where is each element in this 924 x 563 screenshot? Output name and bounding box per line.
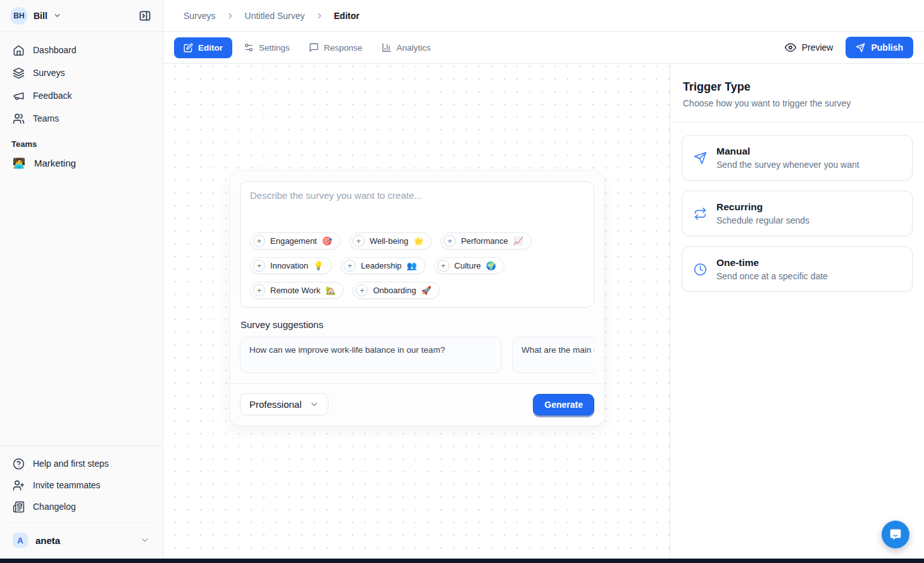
sidebar-item-teams[interactable]: Teams xyxy=(8,108,155,129)
publish-label: Publish xyxy=(871,42,903,53)
send-icon xyxy=(856,43,865,53)
sidebar-item-label: Invite teammates xyxy=(33,480,101,490)
chevron-right-icon xyxy=(226,11,235,20)
trigger-type-panel: Trigger Type Choose how you want to trig… xyxy=(670,65,924,563)
trigger-option-description: Send the survey whenever you want xyxy=(716,160,859,170)
publish-button[interactable]: Publish xyxy=(846,37,913,58)
chip-remote-work[interactable]: + Remote Work 🏡 xyxy=(250,282,344,299)
preview-label: Preview xyxy=(802,42,833,53)
sidebar-item-label: Feedback xyxy=(33,91,72,101)
bar-chart-icon xyxy=(382,42,392,53)
users-icon xyxy=(13,113,25,125)
survey-description-input[interactable] xyxy=(250,190,584,232)
breadcrumb-surveys[interactable]: Surveys xyxy=(184,11,216,21)
plus-icon: + xyxy=(444,235,456,247)
sidebar-item-changelog[interactable]: Changelog xyxy=(8,496,155,517)
chip-well-being[interactable]: + Well-being 🌟 xyxy=(349,232,432,250)
panel-collapse-icon xyxy=(139,9,151,22)
tab-label: Editor xyxy=(198,43,223,53)
generate-button[interactable]: Generate xyxy=(533,394,594,415)
sidebar-footer: Help and first steps Invite teammates Ch… xyxy=(0,446,163,559)
tab-analytics[interactable]: Analytics xyxy=(374,37,439,58)
trigger-option-text: Manual Send the survey whenever you want xyxy=(716,146,859,170)
bulb-emoji-icon: 💡 xyxy=(313,261,323,270)
chip-performance[interactable]: + Performance 📈 xyxy=(440,232,532,250)
chevron-down-icon xyxy=(53,11,61,20)
breadcrumb: Surveys Untitled Survey Editor xyxy=(184,11,359,21)
message-icon xyxy=(309,42,319,53)
composer-footer: Professional Generate xyxy=(240,384,594,415)
chip-label: Culture xyxy=(454,261,481,270)
panel-subtitle: Choose how you want to trigger the surve… xyxy=(683,98,911,108)
sidebar-nav: Dashboard Surveys Feedback Teams xyxy=(0,32,163,129)
survey-composer-card: + Engagement 🎯 + Well-being 🌟 + xyxy=(230,171,604,426)
plus-icon: + xyxy=(253,260,265,272)
user-plus-icon xyxy=(13,479,25,491)
sidebar-item-label: Surveys xyxy=(33,68,65,78)
breadcrumb-survey-name[interactable]: Untitled Survey xyxy=(245,11,305,21)
bottom-strip xyxy=(0,559,924,563)
teams-section-label: Teams xyxy=(0,129,163,151)
tab-editor[interactable]: Editor xyxy=(174,37,232,58)
chip-engagement[interactable]: + Engagement 🎯 xyxy=(250,232,340,250)
tab-settings[interactable]: Settings xyxy=(236,37,297,58)
sidebar-header: BH Bill xyxy=(0,0,163,32)
sidebar-item-dashboard[interactable]: Dashboard xyxy=(8,39,155,61)
chevron-right-icon xyxy=(315,11,324,20)
chip-onboarding[interactable]: + Onboarding 🚀 xyxy=(353,282,439,299)
preview-button[interactable]: Preview xyxy=(785,42,833,53)
trigger-option-manual[interactable]: Manual Send the survey whenever you want xyxy=(682,135,913,180)
user-menu[interactable]: A aneta xyxy=(8,528,155,552)
editor-canvas[interactable]: + Engagement 🎯 + Well-being 🌟 + xyxy=(163,65,670,563)
collapse-sidebar-button[interactable] xyxy=(135,6,155,26)
home-icon xyxy=(13,44,25,56)
tab-response[interactable]: Response xyxy=(301,37,370,58)
panel-title: Trigger Type xyxy=(683,80,911,94)
editor-toolbar: Editor Settings Response xyxy=(163,32,924,64)
suggestions-title: Survey suggestions xyxy=(240,319,594,330)
plus-icon: + xyxy=(253,284,265,296)
sidebar-item-invite[interactable]: Invite teammates xyxy=(8,474,155,496)
technologist-emoji-icon: 🧑‍💻 xyxy=(13,157,25,169)
plus-icon: + xyxy=(437,260,449,272)
help-circle-icon xyxy=(13,458,25,470)
sidebar-item-feedback[interactable]: Feedback xyxy=(8,85,155,106)
trigger-option-one-time[interactable]: One-time Send once at a specific date xyxy=(682,246,913,292)
suggestion-card[interactable]: How can we improve work-life balance in … xyxy=(240,337,502,373)
chip-culture[interactable]: + Culture 🌍 xyxy=(434,257,504,274)
tone-select[interactable]: Professional xyxy=(240,393,328,415)
edit-icon xyxy=(184,43,193,53)
trigger-option-recurring[interactable]: Recurring Schedule regular sends xyxy=(682,191,913,236)
sidebar-item-surveys[interactable]: Surveys xyxy=(8,62,155,84)
globe-emoji-icon: 🌍 xyxy=(486,261,496,270)
house-emoji-icon: 🏡 xyxy=(325,286,335,295)
chip-innovation[interactable]: + Innovation 💡 xyxy=(250,257,332,274)
chat-launcher-button[interactable] xyxy=(882,521,909,548)
plus-icon: + xyxy=(344,260,356,272)
chip-label: Well-being xyxy=(370,236,408,246)
workspace-switcher[interactable]: BH Bill xyxy=(10,7,61,25)
star-emoji-icon: 🌟 xyxy=(413,236,423,246)
chevron-down-icon xyxy=(140,535,150,545)
tab-label: Analytics xyxy=(397,43,431,53)
sidebar-item-label: Dashboard xyxy=(33,45,77,55)
sidebar-item-team-marketing[interactable]: 🧑‍💻 Marketing xyxy=(8,153,155,173)
eye-icon xyxy=(785,42,796,53)
suggestion-card[interactable]: What are the main ob xyxy=(512,337,594,373)
chip-leadership[interactable]: + Leadership 👥 xyxy=(340,257,425,274)
topic-chips: + Engagement 🎯 + Well-being 🌟 + xyxy=(250,232,584,299)
workspace-name: Bill xyxy=(34,11,47,21)
clock-icon xyxy=(694,263,707,276)
sliders-icon xyxy=(244,42,254,53)
chip-label: Innovation xyxy=(270,261,308,270)
layers-icon xyxy=(13,67,25,79)
trigger-option-description: Send once at a specific date xyxy=(716,271,828,281)
team-name: Marketing xyxy=(34,158,76,168)
sidebar: BH Bill Dashboard xyxy=(0,0,163,559)
editor-tabs: Editor Settings Response xyxy=(174,37,439,58)
chip-label: Leadership xyxy=(361,261,401,270)
sidebar-item-help[interactable]: Help and first steps xyxy=(8,453,155,474)
prompt-input-box: + Engagement 🎯 + Well-being 🌟 + xyxy=(240,181,594,308)
tab-label: Settings xyxy=(259,43,290,53)
newspaper-icon xyxy=(13,501,25,513)
